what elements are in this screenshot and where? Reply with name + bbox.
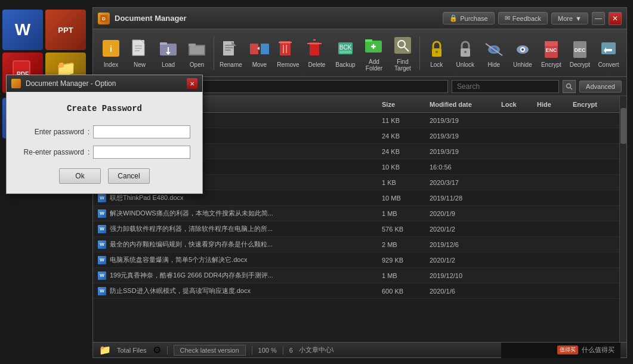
backup-label: Backup	[335, 61, 355, 68]
toolbar-encrypt[interactable]: ENC Encrypt	[538, 33, 564, 73]
toolbar-lock[interactable]: Lock	[424, 33, 450, 73]
file-name-cell: W 联想ThinkPad E480.docx	[98, 193, 382, 202]
status-bar: 📁 Total Files ⚙ Check latest version 100…	[93, 342, 626, 357]
minimize-button[interactable]: —	[592, 12, 605, 25]
toolbar-move[interactable]: Move	[246, 33, 273, 73]
encrypt-icon: ENC	[541, 38, 562, 59]
file-count: 6	[289, 347, 293, 354]
reenter-password-input[interactable]	[93, 146, 190, 159]
file-name-cell: W 电脑系统盘容量爆满，简单5个方法解决它.docx	[98, 255, 382, 264]
close-button[interactable]: ✕	[609, 12, 622, 25]
toolbar-find-target[interactable]: Find Target	[390, 33, 416, 73]
table-row[interactable]: W 199元真香神奈，酷睿16G 2666 DDR4内存条到手测评... 1 M…	[93, 268, 619, 283]
zoom-level: 100 %	[258, 347, 277, 354]
unlock-icon	[455, 38, 476, 59]
col-lock: Lock	[501, 101, 537, 108]
svg-rect-23	[250, 44, 258, 54]
site-badge: 值得买	[557, 346, 578, 354]
title-bar-controls: 🔒 Purchase ✉ Feedback More ▼ — ✕	[443, 12, 622, 25]
scrollbar-thumb[interactable]	[620, 108, 626, 144]
ppt-icon: PPT	[58, 26, 73, 35]
toolbar-backup[interactable]: BCK Backup	[332, 33, 359, 73]
load-icon	[158, 38, 179, 59]
toolbar-load[interactable]: Load	[155, 33, 181, 73]
add-folder-icon	[363, 35, 385, 56]
load-label: Load	[162, 61, 175, 68]
feedback-button[interactable]: ✉ Feedback	[498, 12, 548, 24]
file-name-cell: W 防止SSD进入休眠模式，提高读写响应速度.docx	[98, 286, 382, 295]
table-row[interactable]: W 电脑系统盘容量爆满，简单5个方法解决它.docx 929 KB 2020/1…	[93, 252, 619, 268]
search-icon	[566, 83, 573, 90]
index-label: Index	[104, 61, 118, 68]
toolbar-open[interactable]: Open	[184, 33, 210, 73]
window-title: Document Manager	[115, 14, 443, 23]
toolbar-delete[interactable]: Delete	[304, 33, 330, 73]
toolbar-remove[interactable]: Remove	[275, 33, 301, 73]
status-separator2	[252, 346, 252, 354]
remove-label: Remove	[277, 61, 299, 68]
toolbar-index[interactable]: i Index	[98, 33, 124, 73]
toolbar-rename[interactable]: Rename	[218, 33, 244, 73]
ok-button[interactable]: Ok	[59, 168, 101, 184]
toolbar-hide[interactable]: Hide	[481, 33, 507, 73]
svg-text:D: D	[102, 16, 106, 21]
sidebar-item-ppt[interactable]: PPT	[45, 10, 86, 50]
word-icon: W	[15, 20, 30, 39]
toolbar-add-folder[interactable]: Add Folder	[361, 33, 387, 73]
toolbar-unlock[interactable]: Unlock	[452, 33, 478, 73]
convert-label: Convert	[598, 61, 619, 68]
decrypt-label: Decrypt	[570, 61, 590, 68]
toolbar-new[interactable]: New	[126, 33, 153, 73]
dialog-app-icon	[11, 79, 21, 88]
more-button[interactable]: More ▼	[551, 13, 588, 24]
file-name-cell: W 最全的内存颗粒编码规则，快速看穿内存条是什么颗粒...	[98, 240, 382, 249]
check-version-button[interactable]: Check latest version	[174, 345, 246, 356]
svg-rect-33	[339, 51, 351, 53]
svg-rect-36	[365, 39, 372, 42]
site-text: 什么值得买	[582, 346, 615, 354]
add-folder-label: Add Folder	[361, 58, 387, 72]
toolbar-unhide[interactable]: Unhide	[510, 33, 536, 73]
word-icon: W	[98, 194, 106, 202]
colon1: :	[88, 128, 89, 136]
dialog-heading: Create Password	[18, 104, 190, 113]
folder-icon: 📁	[99, 344, 111, 356]
lock-small-icon: 🔒	[449, 14, 458, 22]
file-modified-cell: 2019/3/19	[430, 132, 501, 140]
toolbar-decrypt[interactable]: DEC Decrypt	[567, 33, 593, 73]
search-button[interactable]	[563, 80, 576, 93]
svg-point-43	[436, 51, 438, 53]
table-row[interactable]: W 防止SSD进入休眠模式，提高读写响应速度.docx 600 KB 2020/…	[93, 283, 619, 299]
table-row[interactable]: W 强力卸载软件程序的利器，清除软件程序在电脑上的所... 576 KB 202…	[93, 221, 619, 237]
svg-text:i: i	[110, 44, 112, 54]
cancel-button[interactable]: Cancel	[108, 168, 150, 184]
purchase-button[interactable]: 🔒 Purchase	[443, 12, 494, 24]
mail-icon: ✉	[505, 14, 510, 22]
toolbar-convert[interactable]: Convert	[595, 33, 622, 73]
encrypt-label: Encrypt	[541, 61, 561, 68]
current-path: 小文章中心\	[299, 346, 334, 354]
convert-icon	[598, 38, 619, 59]
backup-icon: BCK	[335, 38, 356, 59]
advanced-button[interactable]: Advanced	[579, 81, 622, 92]
toolbar-sep2	[419, 36, 420, 70]
search-input[interactable]	[452, 80, 559, 93]
remove-icon	[277, 38, 299, 59]
enter-password-input[interactable]	[93, 125, 190, 138]
new-icon	[129, 38, 150, 59]
svg-line-58	[570, 88, 572, 90]
hide-icon	[483, 38, 505, 59]
move-icon	[249, 38, 270, 59]
dialog-close-button[interactable]: ✕	[187, 78, 197, 89]
table-row[interactable]: W 解决WINDOWS痛点的利器，本地文件搜索从未如此简... 1 MB 202…	[93, 206, 619, 221]
rename-icon	[220, 38, 242, 59]
open-icon	[186, 38, 208, 59]
sidebar-item-word[interactable]: W	[2, 10, 43, 50]
col-hide: Hide	[537, 101, 573, 108]
svg-rect-14	[160, 42, 167, 45]
index-icon: i	[100, 38, 122, 59]
scrollbar[interactable]	[619, 96, 626, 342]
svg-rect-56	[601, 42, 616, 54]
dialog-body: Create Password Enter password : Re-ente…	[7, 92, 202, 193]
table-row[interactable]: W 最全的内存颗粒编码规则，快速看穿内存条是什么颗粒... 2 MB 2019/…	[93, 237, 619, 252]
